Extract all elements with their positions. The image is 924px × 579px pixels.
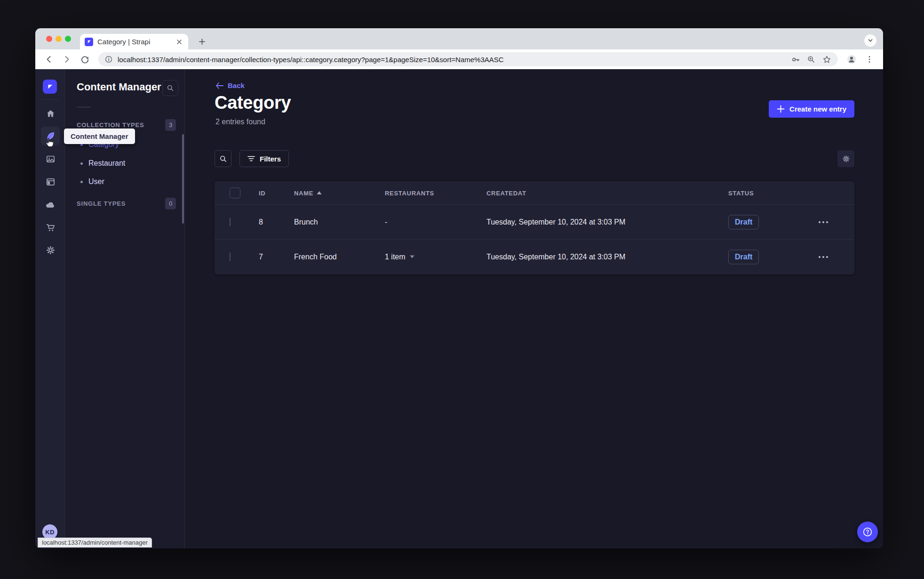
media-library-icon[interactable] (41, 149, 60, 168)
tab-close-icon[interactable] (175, 38, 183, 46)
site-info-icon[interactable] (105, 56, 112, 63)
zoom-page-icon[interactable] (807, 55, 815, 64)
home-icon[interactable] (41, 104, 60, 123)
browser-profile-icon[interactable] (844, 52, 859, 66)
address-bar[interactable]: localhost:1337/admin/content-manager/col… (98, 52, 838, 66)
table-search-button[interactable] (215, 150, 231, 167)
entries-count: 2 entries found (215, 118, 265, 126)
plus-icon (777, 105, 785, 113)
create-new-entry-button[interactable]: Create new entry (769, 100, 854, 118)
bookmark-star-icon[interactable] (822, 55, 831, 64)
gear-icon (842, 154, 851, 163)
back-link[interactable]: Back (215, 81, 245, 89)
back-button[interactable] (42, 52, 56, 66)
header-name[interactable]: NAME (294, 189, 322, 196)
filters-button[interactable]: Filters (239, 150, 289, 167)
header-name-label: NAME (294, 189, 313, 196)
expand-caret-icon[interactable] (410, 255, 414, 258)
table-settings-button[interactable] (837, 150, 854, 167)
cell-restaurants: 1 item (385, 253, 406, 261)
question-mark-icon (862, 526, 873, 538)
nav-divider (41, 99, 59, 100)
table-toolbar: Filters (215, 150, 854, 167)
subnav-item-user[interactable]: User (77, 172, 176, 191)
header-createdat[interactable]: CREATEDAT (486, 189, 526, 196)
table-row[interactable]: 7 French Food 1 item Tuesday, September … (215, 239, 854, 274)
subnav-item-restaurant[interactable]: Restaurant (77, 154, 176, 173)
sort-asc-icon (317, 191, 322, 195)
row-checkbox[interactable] (230, 217, 231, 226)
strapi-logo[interactable] (43, 80, 57, 94)
status-badge: Draft (728, 249, 759, 264)
subnav-search-button[interactable] (162, 80, 178, 96)
subnav-divider (77, 107, 91, 107)
bullet-icon (80, 181, 83, 183)
table-row[interactable]: 8 Brunch - Tuesday, September 10, 2024 a… (215, 204, 854, 239)
strapi-admin: KD Content Manager COLLECTION TYPES 3 Ca… (35, 69, 883, 548)
subnav-scrollbar[interactable] (182, 134, 184, 224)
url-text: localhost:1337/admin/content-manager/col… (118, 56, 786, 64)
filter-icon (247, 155, 255, 162)
cell-id: 7 (259, 253, 263, 261)
help-button[interactable] (857, 522, 878, 542)
main-content: Back Category 2 entries found Create new… (185, 69, 883, 548)
single-types-section: SINGLE TYPES 0 (77, 198, 176, 209)
header-restaurants[interactable]: RESTAURANTS (385, 189, 434, 196)
cell-name: Brunch (294, 218, 318, 226)
entries-table: ID NAME RESTAURANTS CREATEDAT STATUS 8 B… (215, 181, 854, 274)
header-id[interactable]: ID (259, 189, 265, 196)
password-key-icon[interactable] (791, 55, 800, 64)
bullet-icon (80, 162, 83, 165)
settings-gear-icon[interactable] (41, 241, 60, 259)
subnav-title: Content Manager (77, 81, 161, 93)
tab-search-chevron-icon[interactable] (864, 34, 876, 47)
nav-tooltip: Content Manager (64, 129, 135, 144)
filters-label: Filters (260, 155, 281, 163)
status-badge: Draft (728, 215, 759, 229)
browser-toolbar: localhost:1337/admin/content-manager/col… (35, 49, 883, 69)
subnav-item-label: User (88, 177, 104, 186)
browser-menu-icon[interactable] (862, 52, 876, 66)
tab-strip: Category | Strapi (35, 28, 883, 49)
tab-title: Category | Strapi (97, 38, 171, 46)
strapi-favicon (85, 38, 93, 46)
single-types-count-badge: 0 (165, 198, 176, 209)
zoom-window-button[interactable] (65, 36, 71, 42)
page-title: Category (215, 93, 291, 113)
select-all-checkbox[interactable] (230, 187, 240, 198)
subnav-item-label: Restaurant (88, 159, 125, 168)
cell-createdat: Tuesday, September 10, 2024 at 3:03 PM (486, 218, 625, 226)
header-status[interactable]: STATUS (728, 189, 754, 196)
collection-types-count-badge: 3 (165, 119, 176, 131)
window-controls (46, 28, 71, 49)
browser-window: Category | Strapi localhost:1337/admin/c… (35, 28, 883, 548)
cell-name: French Food (294, 253, 337, 261)
cloud-deploy-icon[interactable] (41, 195, 60, 214)
back-label: Back (228, 81, 245, 89)
search-icon (219, 155, 227, 163)
forward-button[interactable] (60, 52, 74, 66)
row-actions-button[interactable] (819, 221, 828, 223)
single-types-label: SINGLE TYPES (77, 200, 126, 207)
collection-types-label: COLLECTION TYPES (77, 121, 144, 129)
mouse-cursor (44, 137, 55, 151)
row-checkbox[interactable] (230, 252, 231, 261)
content-type-builder-icon[interactable] (41, 172, 60, 191)
close-window-button[interactable] (46, 36, 52, 42)
table-header-row: ID NAME RESTAURANTS CREATEDAT STATUS (215, 181, 854, 204)
row-actions-button[interactable] (819, 256, 828, 258)
cell-restaurants: - (385, 218, 387, 226)
cell-id: 8 (259, 218, 263, 226)
minimize-window-button[interactable] (56, 36, 62, 42)
browser-tab[interactable]: Category | Strapi (80, 34, 188, 49)
cell-createdat: Tuesday, September 10, 2024 at 3:03 PM (486, 253, 625, 261)
link-status-bubble: localhost:1337/admin/content-manager (38, 538, 152, 547)
new-tab-button[interactable] (195, 35, 208, 48)
marketplace-cart-icon[interactable] (41, 218, 60, 237)
reload-button[interactable] (78, 52, 92, 66)
arrow-left-icon (215, 82, 223, 89)
create-new-entry-label: Create new entry (789, 105, 846, 113)
